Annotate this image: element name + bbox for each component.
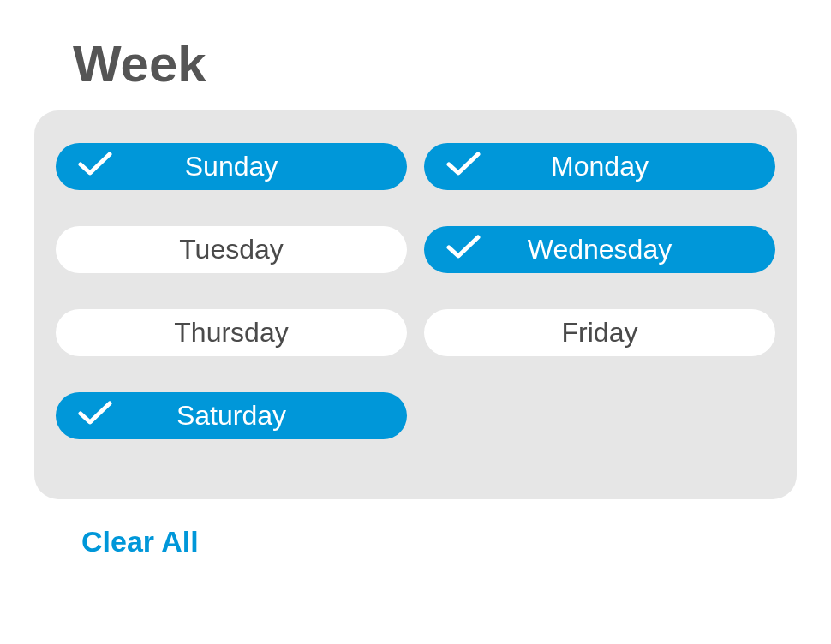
day-label: Friday (562, 317, 638, 349)
day-toggle-wednesday[interactable]: Wednesday (424, 226, 775, 273)
day-label: Thursday (174, 317, 288, 349)
page-title: Week (73, 34, 797, 93)
check-icon (78, 151, 112, 183)
check-icon (78, 400, 112, 432)
clear-all-button[interactable]: Clear All (81, 525, 199, 558)
day-toggle-friday[interactable]: Friday (424, 309, 775, 356)
day-label: Sunday (185, 151, 278, 182)
day-label: Saturday (176, 400, 286, 432)
day-label: Tuesday (179, 234, 284, 265)
check-icon (446, 151, 481, 183)
week-panel: Sunday Monday Tuesday Wednesday Thursday (34, 110, 797, 499)
day-toggle-thursday[interactable]: Thursday (56, 309, 407, 356)
day-label: Wednesday (528, 234, 672, 265)
day-toggle-monday[interactable]: Monday (424, 143, 775, 190)
day-toggle-tuesday[interactable]: Tuesday (56, 226, 407, 273)
day-grid: Sunday Monday Tuesday Wednesday Thursday (56, 143, 775, 439)
check-icon (446, 234, 481, 266)
day-toggle-saturday[interactable]: Saturday (56, 392, 407, 439)
day-label: Monday (551, 151, 649, 182)
day-toggle-sunday[interactable]: Sunday (56, 143, 407, 190)
